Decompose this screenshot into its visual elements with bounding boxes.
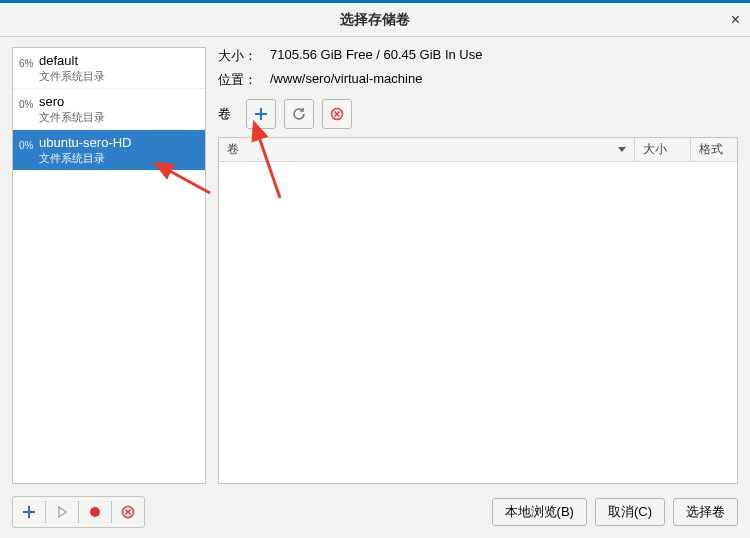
plus-icon <box>22 505 36 519</box>
column-format[interactable]: 格式 <box>691 138 737 161</box>
pool-name: ubuntu-sero-HD <box>39 134 199 151</box>
window-title: 选择存储卷 <box>340 11 410 29</box>
add-pool-button[interactable] <box>15 499 43 525</box>
pool-toolbar <box>12 496 145 528</box>
pool-usage-pct: 6% <box>19 52 39 69</box>
pool-usage-pct: 0% <box>19 134 39 151</box>
pool-item-sero[interactable]: 0% sero 文件系统目录 <box>13 89 205 130</box>
column-volume[interactable]: 卷 <box>219 138 635 161</box>
stop-icon <box>88 505 102 519</box>
delete-icon <box>121 505 135 519</box>
volume-list-header: 卷 大小 格式 <box>219 138 737 162</box>
add-volume-button[interactable] <box>246 99 276 129</box>
column-volume-label: 卷 <box>227 141 239 158</box>
cancel-button[interactable]: 取消(C) <box>595 498 665 526</box>
pool-item-ubuntu-sero-hd[interactable]: 0% ubuntu-sero-HD 文件系统目录 <box>13 130 205 171</box>
play-icon <box>55 505 69 519</box>
pool-type: 文件系统目录 <box>39 69 199 84</box>
storage-pool-list[interactable]: 6% default 文件系统目录 0% sero 文件系统目录 0% ubun… <box>12 47 206 484</box>
titlebar: 选择存储卷 × <box>0 3 750 37</box>
pool-item-default[interactable]: 6% default 文件系统目录 <box>13 48 205 89</box>
location-value: /www/sero/virtual-machine <box>270 71 738 89</box>
pool-name: sero <box>39 93 199 110</box>
pool-type: 文件系统目录 <box>39 151 199 166</box>
volume-list[interactable]: 卷 大小 格式 <box>218 137 738 484</box>
svg-point-1 <box>90 507 100 517</box>
local-browse-button[interactable]: 本地浏览(B) <box>492 498 587 526</box>
delete-icon <box>330 107 344 121</box>
start-pool-button[interactable] <box>48 499 76 525</box>
sort-indicator-icon <box>618 147 626 152</box>
pool-name: default <box>39 52 199 69</box>
refresh-icon <box>292 107 306 121</box>
plus-icon <box>254 107 268 121</box>
location-label: 位置： <box>218 71 270 89</box>
column-size[interactable]: 大小 <box>635 138 691 161</box>
volume-list-body <box>219 162 737 483</box>
delete-volume-button[interactable] <box>322 99 352 129</box>
refresh-button[interactable] <box>284 99 314 129</box>
pool-type: 文件系统目录 <box>39 110 199 125</box>
size-value: 7105.56 GiB Free / 60.45 GiB In Use <box>270 47 738 65</box>
choose-volume-button[interactable]: 选择卷 <box>673 498 738 526</box>
stop-pool-button[interactable] <box>81 499 109 525</box>
pool-usage-pct: 0% <box>19 93 39 110</box>
size-label: 大小： <box>218 47 270 65</box>
volume-label: 卷 <box>218 105 238 123</box>
close-icon[interactable]: × <box>731 11 740 29</box>
delete-pool-button[interactable] <box>114 499 142 525</box>
